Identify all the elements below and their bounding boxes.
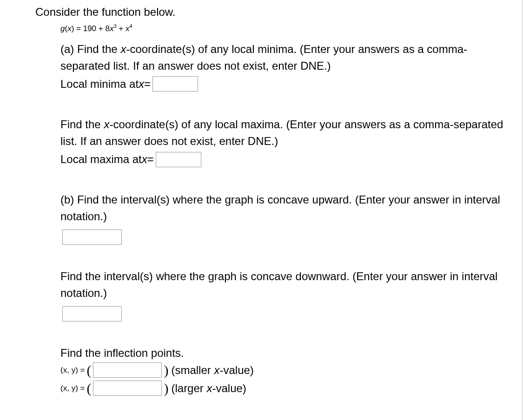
intro-text: Consider the function below.	[35, 6, 504, 19]
minima-text-1: (a) Find the	[60, 43, 120, 55]
fn-eq: =	[74, 24, 83, 33]
question-container: Consider the function below. g(x) = 190 …	[0, 0, 523, 420]
local-maxima-input[interactable]	[156, 152, 201, 167]
maxima-label-var: x	[142, 151, 147, 168]
maxima-label-1: Local maxima at	[60, 151, 142, 168]
inflection-row-1: (x, y) = ( ) (smaller x-value)	[60, 362, 504, 378]
part-b-concave-up-text: (b) Find the interval(s) where the graph…	[60, 191, 504, 225]
maxima-var: x	[104, 118, 109, 131]
minima-label-var: x	[139, 75, 144, 93]
inflection-heading: Find the inflection points.	[60, 345, 504, 361]
minima-label-1: Local minima at	[60, 75, 139, 93]
concave-up-input[interactable]	[62, 230, 122, 245]
big-paren-open-1: (	[86, 363, 91, 377]
big-paren-close-2: )	[164, 381, 168, 395]
question-content: g(x) = 190 + 8x3 + x4 (a) Find the x-coo…	[60, 23, 504, 396]
part-b-concave-down-text: Find the interval(s) where the graph is …	[60, 268, 504, 302]
local-minima-input[interactable]	[152, 76, 198, 92]
concave-down-input[interactable]	[62, 306, 122, 322]
function-definition: g(x) = 190 + 8x3 + x4	[60, 23, 504, 33]
maxima-text-2: -coordinate(s) of any local maxima. (Ent…	[60, 118, 503, 147]
inflection-row-2: (x, y) = ( ) (larger x-value)	[60, 381, 504, 396]
xy-label-1: (x, y) =	[60, 366, 85, 375]
inflection-point-2-input[interactable]	[93, 381, 162, 396]
big-paren-close-1: )	[164, 363, 168, 377]
minima-var: x	[120, 43, 126, 55]
minima-label-eq: =	[144, 75, 151, 93]
fn-term1: 190 + 8	[83, 24, 110, 33]
part-a-minima-text: (a) Find the x-coordinate(s) of any loca…	[60, 41, 504, 74]
minima-answer-line: Local minima at x =	[60, 75, 504, 93]
maxima-label-eq: =	[147, 151, 154, 168]
inflection-point-1-input[interactable]	[93, 362, 162, 378]
maxima-text-1: Find the	[60, 118, 104, 131]
fn-term3-exp: 4	[129, 23, 132, 29]
larger-note: (larger x-value)	[171, 382, 246, 395]
fn-plus: +	[117, 24, 126, 33]
fn-arg: x	[67, 24, 72, 33]
smaller-note: (smaller x-value)	[171, 364, 253, 377]
xy-label-2: (x, y) =	[60, 384, 85, 393]
big-paren-open-2: (	[86, 381, 91, 395]
maxima-answer-line: Local maxima at x =	[60, 151, 504, 168]
part-a-maxima-text: Find the x-coordinate(s) of any local ma…	[60, 116, 504, 150]
